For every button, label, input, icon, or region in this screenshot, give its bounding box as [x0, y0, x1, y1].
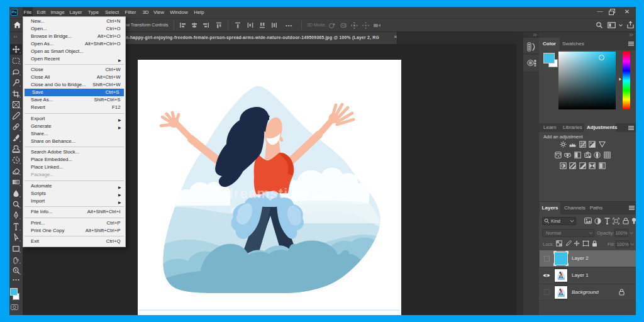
svg-text:dreamstime: dreamstime [225, 186, 310, 201]
